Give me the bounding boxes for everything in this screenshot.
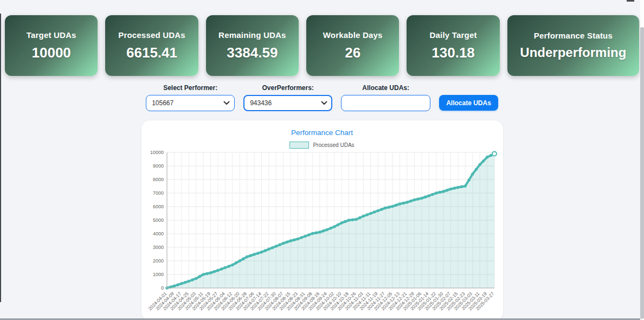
allocate-udas-button[interactable]: Allocate UDAs [439,95,498,111]
stat-value: 3384.59 [227,44,278,61]
window-edge-left [0,14,1,302]
allocate-udas-group: Allocate UDAs: [341,84,430,111]
stat-value: 10000 [32,44,71,61]
chart-legend[interactable]: Processed UDAs [141,142,503,149]
svg-text:7000: 7000 [153,190,164,196]
stat-card-workable-days: Workable Days 26 [306,15,399,76]
stat-label: Remaining UDAs [218,30,286,40]
stat-value: Underperforming [520,45,626,60]
performance-chart-card: Performance Chart Processed UDAs 0100020… [141,120,503,320]
stat-card-target-udas: Target UDAs 10000 [5,15,98,76]
stat-label: Workable Days [323,30,383,40]
allocation-controls: Select Performer: 105667 OverPerformers:… [0,84,644,111]
stat-label: Processed UDAs [118,30,185,40]
allocate-udas-label: Allocate UDAs: [362,84,409,92]
svg-text:10000: 10000 [150,150,164,155]
overperformers-label: OverPerformers: [262,84,313,92]
legend-label: Processed UDAs [313,142,354,148]
stat-card-performance-status: Performance Status Underperforming [507,15,639,76]
stat-value: 26 [345,44,360,61]
stat-value: 130.18 [432,44,475,61]
svg-text:3000: 3000 [153,245,164,250]
overperformers-select[interactable]: 943436 [243,95,332,111]
svg-text:0: 0 [161,285,164,291]
stat-label: Target UDAs [27,30,76,40]
chart-canvas[interactable]: 0100020003000400050006000700080009000100… [143,149,501,316]
svg-text:9000: 9000 [153,163,164,169]
stat-label: Daily Target [429,30,476,40]
allocate-udas-input[interactable] [341,95,430,111]
svg-text:8000: 8000 [153,177,164,182]
select-performer-group: Select Performer: 105667 [146,84,235,111]
svg-text:5000: 5000 [153,217,164,223]
legend-swatch [289,142,309,149]
scrollbar-thumb[interactable] [640,27,644,319]
select-performer[interactable]: 105667 [146,95,235,111]
chart-title: Performance Chart [141,129,503,137]
svg-text:6000: 6000 [153,204,164,209]
svg-text:1000: 1000 [153,272,164,277]
overperformers-group: OverPerformers: 943436 [243,84,332,111]
select-performer-label: Select Performer: [163,84,217,92]
stat-label: Performance Status [534,31,613,40]
svg-text:2000: 2000 [153,258,164,264]
stat-cards-row: Target UDAs 10000 Processed UDAs 6615.41… [0,0,644,76]
svg-text:4000: 4000 [153,231,164,236]
stat-card-daily-target: Daily Target 130.18 [407,15,499,76]
stat-value: 6615.41 [126,44,177,61]
stat-card-processed-udas: Processed UDAs 6615.41 [105,15,198,76]
stat-card-remaining-udas: Remaining UDAs 3384.59 [206,15,299,76]
window-edge-top-dash [627,0,634,2]
